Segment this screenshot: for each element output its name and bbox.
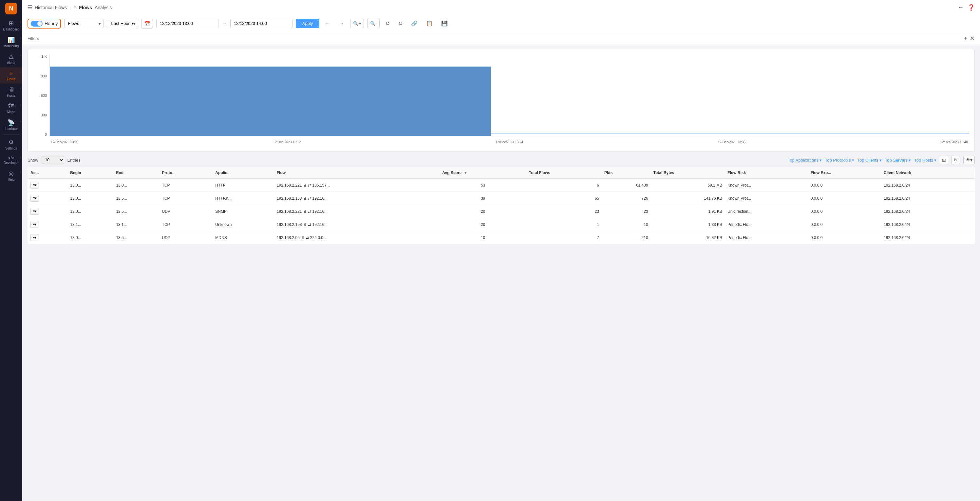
flow-exp-cell-2[interactable]: 0.0.0.0 <box>808 205 881 218</box>
filter-add-button[interactable]: + <box>964 35 967 42</box>
col-avg-score[interactable]: Avg Score ▼ <box>439 167 526 179</box>
begin-cell-0: 13:0... <box>67 179 113 192</box>
protocol-cell-3[interactable]: TCP <box>159 218 213 231</box>
action-cell-0[interactable]: ≡▾ <box>28 179 68 192</box>
col-application[interactable]: Applic... <box>213 167 274 179</box>
row-action-btn-0[interactable]: ≡▾ <box>30 182 39 188</box>
save-button[interactable]: 💾 <box>439 18 450 29</box>
chart-area: 1 K 900 600 300 0 12/Dec/2023 13:00 12/D… <box>33 54 969 146</box>
application-cell-1[interactable]: HTTP.n... <box>213 192 274 205</box>
col-client-network[interactable]: Client Network <box>881 167 974 179</box>
col-total-flows[interactable]: Total Flows <box>527 167 602 179</box>
application-cell-0[interactable]: HTTP <box>213 179 274 192</box>
date-to-input[interactable] <box>230 19 293 28</box>
total-flows-cell-0: 6 <box>527 179 602 192</box>
application-cell-3[interactable]: Unknown <box>213 218 274 231</box>
top-servers-link[interactable]: Top Servers ▾ <box>885 158 911 163</box>
col-pkts[interactable]: Pkts <box>602 167 651 179</box>
top-clients-link[interactable]: Top Clients ▾ <box>858 158 882 163</box>
flow-exp-cell-1[interactable]: 0.0.0.0 <box>808 192 881 205</box>
chart-plot[interactable] <box>49 54 969 136</box>
top-protocols-link[interactable]: Top Protocols ▾ <box>825 158 854 163</box>
copy-button[interactable]: 📋 <box>423 18 435 29</box>
col-begin[interactable]: Begin <box>67 167 113 179</box>
col-action[interactable]: Ac... <box>28 167 68 179</box>
next-button[interactable]: → <box>336 19 347 29</box>
flow-exp-cell-0[interactable]: 0.0.0.0 <box>808 179 881 192</box>
date-from-input[interactable] <box>156 19 218 28</box>
action-cell-2[interactable]: ≡▾ <box>28 205 68 218</box>
application-cell-4[interactable]: MDNS <box>213 231 274 244</box>
row-action-btn-2[interactable]: ≡▾ <box>30 208 39 215</box>
row-action-btn-1[interactable]: ≡▾ <box>30 195 39 202</box>
sidebar-item-interface[interactable]: 📡 Interface › <box>0 116 22 133</box>
total-flows-cell-3: 1 <box>527 218 602 231</box>
protocol-cell-0[interactable]: TCP <box>159 179 213 192</box>
action-cell-1[interactable]: ≡▾ <box>28 192 68 205</box>
filter-input[interactable] <box>27 36 964 41</box>
sidebar-item-flows[interactable]: ≡ Flows › <box>0 67 22 84</box>
flow-cell-3[interactable]: 192.168.2.153 🖥 ⇄ 192.16... <box>274 218 440 231</box>
prev-button[interactable]: ← <box>323 19 333 29</box>
protocol-cell-1[interactable]: TCP <box>159 192 213 205</box>
protocol-cell-2[interactable]: UDP <box>159 205 213 218</box>
undo-button[interactable]: ↺ <box>383 18 392 29</box>
help-button[interactable]: ❓ <box>967 4 975 11</box>
col-total-bytes[interactable]: Total Bytes <box>651 167 725 179</box>
table-controls: Show 10 25 50 100 Entries Top Applicatio… <box>27 156 975 164</box>
link-button[interactable]: 🔗 <box>409 18 420 29</box>
sidebar-item-developer[interactable]: </> Developer › <box>0 153 22 167</box>
sidebar-item-settings[interactable]: ⚙ Settings <box>0 136 22 153</box>
application-cell-2[interactable]: SNMP <box>213 205 274 218</box>
apply-button[interactable]: Apply <box>296 19 320 28</box>
entries-select[interactable]: 10 25 50 100 <box>41 156 64 164</box>
client-network-cell-0[interactable]: 192.168.2.0/24 <box>881 179 974 192</box>
flows-type-select[interactable]: Flows Traffic Alerts <box>64 19 103 28</box>
client-network-cell-3[interactable]: 192.168.2.0/24 <box>881 218 974 231</box>
back-button[interactable]: ← <box>958 4 964 11</box>
flow-cell-0[interactable]: 192.168.2.221 🖥 ⇄ 185.157... <box>274 179 440 192</box>
protocol-cell-4[interactable]: UDP <box>159 231 213 244</box>
col-flow[interactable]: Flow <box>274 167 440 179</box>
sidebar-item-dashboard[interactable]: ⊞ Dashboard › <box>0 17 22 34</box>
col-end[interactable]: End <box>113 167 159 179</box>
client-network-cell-4[interactable]: 192.168.2.0/24 <box>881 231 974 244</box>
row-action-btn-4[interactable]: ≡▾ <box>30 234 39 241</box>
x-label-3: 12/Dec/2023 13:24 <box>496 140 523 144</box>
sidebar-label-maps: Maps <box>7 110 15 114</box>
col-protocol[interactable]: Proto... <box>159 167 213 179</box>
client-network-cell-1[interactable]: 192.168.2.0/24 <box>881 192 974 205</box>
filter-close-button[interactable]: ✕ <box>970 35 975 42</box>
client-network-cell-2[interactable]: 192.168.2.0/24 <box>881 205 974 218</box>
flow-cell-1[interactable]: 192.168.2.153 🖥 ⇄ 192.16... <box>274 192 440 205</box>
row-action-btn-3[interactable]: ≡▾ <box>30 221 39 228</box>
menu-icon[interactable]: ☰ <box>27 4 32 11</box>
refresh-button[interactable]: ↻ <box>951 156 960 164</box>
zoom-out-button[interactable]: 🔍- <box>367 19 380 28</box>
calendar-button[interactable]: 📅 <box>142 19 153 29</box>
x-label-1: 12/Dec/2023 13:00 <box>51 140 79 144</box>
redo-button[interactable]: ↻ <box>396 18 405 29</box>
sidebar-item-hosts[interactable]: 🖥 Hosts › <box>0 84 22 100</box>
hourly-toggle[interactable] <box>31 21 43 27</box>
col-flow-exp[interactable]: Flow Exp... <box>808 167 881 179</box>
sidebar-item-monitoring[interactable]: 📊 Monitoring › <box>0 34 22 51</box>
sidebar-item-alerts[interactable]: ⚠ Alerts › <box>0 51 22 67</box>
column-layout-button[interactable]: ⊞ <box>940 156 948 164</box>
eye-button[interactable]: 👁▾ <box>963 156 975 164</box>
action-cell-3[interactable]: ≡▾ <box>28 218 68 231</box>
content-area: 1 K 900 600 300 0 12/Dec/2023 13:00 12/D… <box>22 45 980 501</box>
time-range-button[interactable]: Last Hour ▾ <box>107 19 138 28</box>
sidebar-item-help[interactable]: ◎ Help › <box>0 167 22 184</box>
top-hosts-link[interactable]: Top Hosts ▾ <box>914 158 936 163</box>
flow-exp-cell-3[interactable]: 0.0.0.0 <box>808 218 881 231</box>
action-cell-4[interactable]: ≡▾ <box>28 231 68 244</box>
flow-exp-cell-4[interactable]: 0.0.0.0 <box>808 231 881 244</box>
flow-risk-cell-2: Unidirection... <box>725 205 808 218</box>
top-applications-link[interactable]: Top Applications ▾ <box>788 158 822 163</box>
zoom-in-button[interactable]: 🔍+ <box>350 19 364 28</box>
flow-cell-2[interactable]: 192.168.2.221 🖥 ⇄ 192.16... <box>274 205 440 218</box>
col-flow-risk[interactable]: Flow Risk <box>725 167 808 179</box>
sidebar-item-maps[interactable]: 🗺 Maps › <box>0 100 22 116</box>
flow-cell-4[interactable]: 192.168.2.95 🖥 ⇄ 224.0.0... <box>274 231 440 244</box>
